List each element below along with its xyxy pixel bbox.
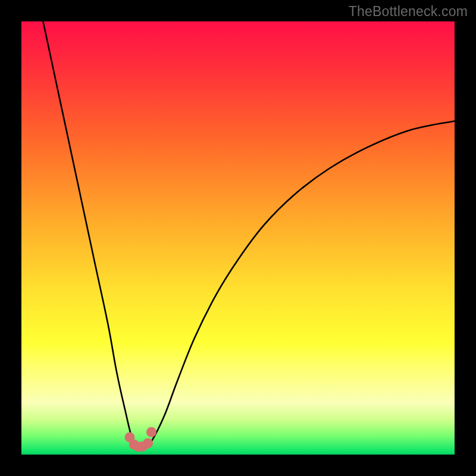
watermark-text: TheBottleneck.com <box>349 4 468 20</box>
plot-area <box>21 21 455 455</box>
curve-layer <box>21 21 455 455</box>
chart-frame: TheBottleneck.com <box>0 0 476 476</box>
marker-point <box>146 427 156 437</box>
bottleneck-curve <box>43 21 455 448</box>
marker-point <box>143 439 153 449</box>
